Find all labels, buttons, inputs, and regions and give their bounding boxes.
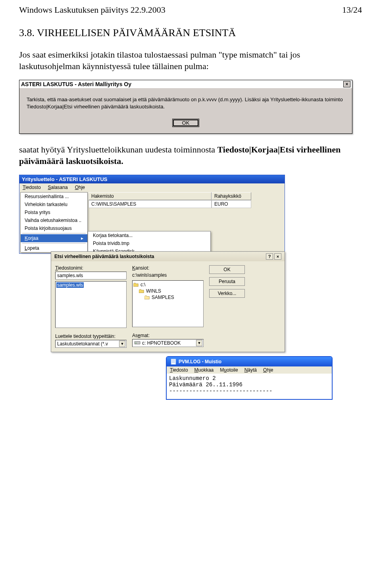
submenu-arrow-icon: ▸ [81,235,83,241]
file-dialog: Etsi virheellinen päivämäärä laskuotsiko… [51,251,285,352]
label-kansiot: Kansiot: [132,265,204,271]
network-button[interactable]: Verkko... [209,289,245,298]
filename-input[interactable] [55,272,127,280]
error-dialog-title: ASTERI LASKUTUS - Asteri Malliyritys Oy [21,81,131,87]
file-dialog-title: Etsi virheellinen päivämäärä laskuotsiko… [54,254,154,259]
svg-rect-5 [171,359,176,364]
sub-poista-tri[interactable]: Poista trividb.tmp [88,239,210,247]
sub-korjaa-tk[interactable]: Korjaa tietokanta... [88,231,210,239]
np-menu-muokkaa[interactable]: Muokkaa [194,367,214,373]
menu-salasana[interactable]: Salasana [48,185,68,190]
drive-icon [134,341,140,345]
menu-item-virhelokin[interactable]: Virhelokin tarkastelu [21,200,87,208]
menu-item-vaihda[interactable]: Vaihda oletushakemistoa .. [21,216,87,224]
cell-raha: EURO [212,200,251,208]
folder-samples[interactable]: SAMPLES [133,294,202,301]
notepad-window: PVM.LOG - Muistio Tiedosto Muokkaa Muoto… [166,356,333,400]
current-folder: c:\winls\samples [132,272,204,279]
file-list-item[interactable]: samples.wls [56,282,84,288]
col-raha[interactable]: Rahayksikkö [212,192,251,200]
menubar: Tiedosto Salasana Ohje [19,183,285,191]
paragraph-2: saatat hyötyä Yritysluetteloikkunan uude… [19,144,362,167]
menu-item-resurssi[interactable]: Resurssienhallinta ... [21,193,87,200]
folder-c[interactable]: c:\ [133,281,202,288]
menu-item-korjaa[interactable]: Korjaa ▸ [21,234,87,242]
drive-value: c: HPNOTEBOOK [142,340,181,346]
label-asemat: Asemat: [132,333,204,338]
label-tiedostonimi: Tiedostonimi: [55,265,127,271]
notepad-content[interactable]: Laskunnumero 2 Päivämäärä 26..11.1996 --… [167,374,332,399]
folder-open-icon [133,283,139,287]
svg-marker-1 [139,289,144,293]
filetype-dropdown[interactable]: Laskutustietokannat (*.v ▼ [55,340,127,348]
menu-tiedosto[interactable]: Tiedosto [23,185,41,190]
close-icon[interactable]: × [274,253,281,260]
yritysluettelo-window: Yritysluettelo - ASTERI LASKUTUS Tiedost… [19,175,285,254]
folder-tree[interactable]: c:\ WINLS SAMPLES [132,280,204,327]
ok-button[interactable]: OK [209,265,245,274]
menu-separator [22,243,86,243]
notepad-menubar: Tiedosto Muokkaa Muotoile Näytä Ohje [167,366,332,374]
svg-marker-2 [144,296,149,299]
np-menu-nayta[interactable]: Näytä [244,367,257,373]
file-listbox[interactable]: samples.wls [55,281,127,328]
filetype-value: Laskutustietokannat (*.v [57,341,108,347]
menu-item-lopeta[interactable]: Lopeta [21,244,87,252]
drive-dropdown[interactable]: c: HPNOTEBOOK ▼ [132,339,204,347]
notepad-icon [171,359,176,365]
menu-separator [22,233,86,233]
np-menu-tiedosto[interactable]: Tiedosto [170,367,188,373]
chevron-down-icon: ▼ [119,341,125,347]
menu-ohje[interactable]: Ohje [75,185,85,190]
cancel-button[interactable]: Peruuta [209,277,245,286]
error-message: Tarkista, että maa-asetukset ovat suomal… [19,88,352,116]
paragraph-2a: saatat hyötyä Yritysluetteloikkunan uude… [19,145,217,154]
section-heading: 3.8. VIRHEELLISEN PÄIVÄMÄÄRÄN ETSINTÄ [19,27,362,39]
label-luettele: Luettele tiedostot tyypeittäin: [55,334,127,339]
ok-button[interactable]: OK [172,119,200,127]
doc-header-right: 13/24 [342,5,362,15]
table-row[interactable]: C:\WINLS\SAMPLES EURO [89,200,285,208]
svg-marker-0 [133,283,138,287]
error-dialog: ASTERI LASKUTUS - Asteri Malliyritys Oy … [19,80,352,134]
tiedosto-dropdown-menu: Resurssienhallinta ... Virhelokin tarkas… [20,192,88,253]
np-menu-muotoile[interactable]: Muotoile [220,367,238,373]
window-title: Yritysluettelo - ASTERI LASKUTUS [19,175,285,183]
chevron-down-icon: ▼ [196,340,202,346]
folder-winls[interactable]: WINLS [133,288,202,294]
folder-open-icon [139,289,144,293]
notepad-title: PVM.LOG - Muistio [179,359,221,364]
folder-icon [144,295,150,300]
doc-header-left: Windows Laskutuksen päivitys 22.9.2003 [19,5,165,15]
close-icon[interactable]: × [343,81,350,87]
menu-item-poista-yritys[interactable]: Poista yritys [21,208,87,216]
svg-rect-4 [135,343,137,344]
paragraph-1: Jos saat esimerkiksi jotakin tilastoa tu… [19,49,362,72]
help-icon[interactable]: ? [266,253,273,260]
cell-hakemisto: C:\WINLS\SAMPLES [89,200,212,208]
col-hakemisto[interactable]: Hakemisto [89,192,212,200]
np-menu-ohje[interactable]: Ohje [263,367,273,373]
menu-item-poistakirj[interactable]: Poista kirjoitussuojaus [21,224,87,232]
